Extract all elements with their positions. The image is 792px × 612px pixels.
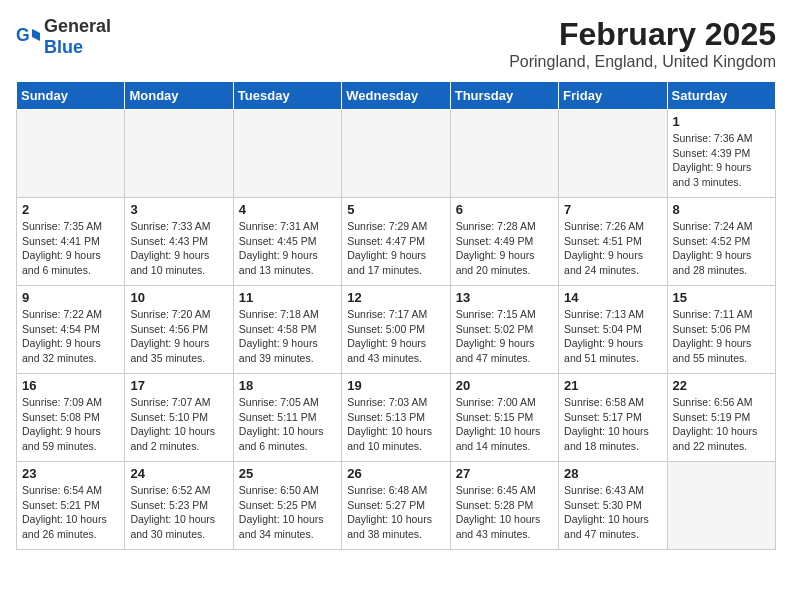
day-cell-0-1 bbox=[125, 110, 233, 198]
day-info-3-4: Sunrise: 7:00 AM Sunset: 5:15 PM Dayligh… bbox=[456, 395, 553, 454]
day-number-2-4: 13 bbox=[456, 290, 553, 305]
day-cell-1-0: 2Sunrise: 7:35 AM Sunset: 4:41 PM Daylig… bbox=[17, 198, 125, 286]
day-info-4-3: Sunrise: 6:48 AM Sunset: 5:27 PM Dayligh… bbox=[347, 483, 444, 542]
header-wednesday: Wednesday bbox=[342, 82, 450, 110]
day-number-3-3: 19 bbox=[347, 378, 444, 393]
day-info-4-4: Sunrise: 6:45 AM Sunset: 5:28 PM Dayligh… bbox=[456, 483, 553, 542]
day-info-1-5: Sunrise: 7:26 AM Sunset: 4:51 PM Dayligh… bbox=[564, 219, 661, 278]
day-info-1-2: Sunrise: 7:31 AM Sunset: 4:45 PM Dayligh… bbox=[239, 219, 336, 278]
title-area: February 2025 Poringland, England, Unite… bbox=[509, 16, 776, 71]
day-cell-0-5 bbox=[559, 110, 667, 198]
header-tuesday: Tuesday bbox=[233, 82, 341, 110]
header-thursday: Thursday bbox=[450, 82, 558, 110]
day-number-4-1: 24 bbox=[130, 466, 227, 481]
day-number-1-3: 5 bbox=[347, 202, 444, 217]
day-cell-2-6: 15Sunrise: 7:11 AM Sunset: 5:06 PM Dayli… bbox=[667, 286, 775, 374]
day-cell-1-1: 3Sunrise: 7:33 AM Sunset: 4:43 PM Daylig… bbox=[125, 198, 233, 286]
day-cell-4-6 bbox=[667, 462, 775, 550]
day-cell-1-2: 4Sunrise: 7:31 AM Sunset: 4:45 PM Daylig… bbox=[233, 198, 341, 286]
day-cell-2-4: 13Sunrise: 7:15 AM Sunset: 5:02 PM Dayli… bbox=[450, 286, 558, 374]
day-cell-3-3: 19Sunrise: 7:03 AM Sunset: 5:13 PM Dayli… bbox=[342, 374, 450, 462]
day-number-1-4: 6 bbox=[456, 202, 553, 217]
day-number-2-0: 9 bbox=[22, 290, 119, 305]
day-info-1-3: Sunrise: 7:29 AM Sunset: 4:47 PM Dayligh… bbox=[347, 219, 444, 278]
day-number-2-3: 12 bbox=[347, 290, 444, 305]
main-title: February 2025 bbox=[509, 16, 776, 53]
day-info-4-0: Sunrise: 6:54 AM Sunset: 5:21 PM Dayligh… bbox=[22, 483, 119, 542]
day-number-3-0: 16 bbox=[22, 378, 119, 393]
day-cell-4-5: 28Sunrise: 6:43 AM Sunset: 5:30 PM Dayli… bbox=[559, 462, 667, 550]
day-info-1-1: Sunrise: 7:33 AM Sunset: 4:43 PM Dayligh… bbox=[130, 219, 227, 278]
day-cell-4-0: 23Sunrise: 6:54 AM Sunset: 5:21 PM Dayli… bbox=[17, 462, 125, 550]
day-number-4-3: 26 bbox=[347, 466, 444, 481]
week-row-3: 16Sunrise: 7:09 AM Sunset: 5:08 PM Dayli… bbox=[17, 374, 776, 462]
day-number-3-4: 20 bbox=[456, 378, 553, 393]
week-row-0: 1Sunrise: 7:36 AM Sunset: 4:39 PM Daylig… bbox=[17, 110, 776, 198]
day-info-2-4: Sunrise: 7:15 AM Sunset: 5:02 PM Dayligh… bbox=[456, 307, 553, 366]
day-info-2-6: Sunrise: 7:11 AM Sunset: 5:06 PM Dayligh… bbox=[673, 307, 770, 366]
day-cell-3-6: 22Sunrise: 6:56 AM Sunset: 5:19 PM Dayli… bbox=[667, 374, 775, 462]
header-monday: Monday bbox=[125, 82, 233, 110]
day-info-2-1: Sunrise: 7:20 AM Sunset: 4:56 PM Dayligh… bbox=[130, 307, 227, 366]
day-cell-0-3 bbox=[342, 110, 450, 198]
day-cell-1-5: 7Sunrise: 7:26 AM Sunset: 4:51 PM Daylig… bbox=[559, 198, 667, 286]
week-row-1: 2Sunrise: 7:35 AM Sunset: 4:41 PM Daylig… bbox=[17, 198, 776, 286]
subtitle: Poringland, England, United Kingdom bbox=[509, 53, 776, 71]
day-number-3-5: 21 bbox=[564, 378, 661, 393]
header-friday: Friday bbox=[559, 82, 667, 110]
day-info-2-0: Sunrise: 7:22 AM Sunset: 4:54 PM Dayligh… bbox=[22, 307, 119, 366]
day-cell-2-5: 14Sunrise: 7:13 AM Sunset: 5:04 PM Dayli… bbox=[559, 286, 667, 374]
day-cell-2-0: 9Sunrise: 7:22 AM Sunset: 4:54 PM Daylig… bbox=[17, 286, 125, 374]
day-cell-3-0: 16Sunrise: 7:09 AM Sunset: 5:08 PM Dayli… bbox=[17, 374, 125, 462]
svg-text:G: G bbox=[16, 25, 30, 45]
day-number-1-1: 3 bbox=[130, 202, 227, 217]
header-sunday: Sunday bbox=[17, 82, 125, 110]
day-info-1-4: Sunrise: 7:28 AM Sunset: 4:49 PM Dayligh… bbox=[456, 219, 553, 278]
day-cell-0-0 bbox=[17, 110, 125, 198]
day-info-1-0: Sunrise: 7:35 AM Sunset: 4:41 PM Dayligh… bbox=[22, 219, 119, 278]
day-number-3-1: 17 bbox=[130, 378, 227, 393]
day-cell-3-5: 21Sunrise: 6:58 AM Sunset: 5:17 PM Dayli… bbox=[559, 374, 667, 462]
day-info-4-5: Sunrise: 6:43 AM Sunset: 5:30 PM Dayligh… bbox=[564, 483, 661, 542]
day-number-0-6: 1 bbox=[673, 114, 770, 129]
day-number-2-6: 15 bbox=[673, 290, 770, 305]
day-info-3-1: Sunrise: 7:07 AM Sunset: 5:10 PM Dayligh… bbox=[130, 395, 227, 454]
day-info-3-2: Sunrise: 7:05 AM Sunset: 5:11 PM Dayligh… bbox=[239, 395, 336, 454]
week-row-2: 9Sunrise: 7:22 AM Sunset: 4:54 PM Daylig… bbox=[17, 286, 776, 374]
logo: G General Blue bbox=[16, 16, 111, 58]
day-number-4-0: 23 bbox=[22, 466, 119, 481]
day-cell-4-4: 27Sunrise: 6:45 AM Sunset: 5:28 PM Dayli… bbox=[450, 462, 558, 550]
header: G General Blue February 2025 Poringland,… bbox=[16, 16, 776, 71]
day-cell-3-1: 17Sunrise: 7:07 AM Sunset: 5:10 PM Dayli… bbox=[125, 374, 233, 462]
day-info-3-5: Sunrise: 6:58 AM Sunset: 5:17 PM Dayligh… bbox=[564, 395, 661, 454]
week-row-4: 23Sunrise: 6:54 AM Sunset: 5:21 PM Dayli… bbox=[17, 462, 776, 550]
logo-icon: G bbox=[16, 25, 40, 49]
day-number-4-2: 25 bbox=[239, 466, 336, 481]
day-info-2-2: Sunrise: 7:18 AM Sunset: 4:58 PM Dayligh… bbox=[239, 307, 336, 366]
day-info-3-3: Sunrise: 7:03 AM Sunset: 5:13 PM Dayligh… bbox=[347, 395, 444, 454]
day-info-3-6: Sunrise: 6:56 AM Sunset: 5:19 PM Dayligh… bbox=[673, 395, 770, 454]
day-cell-4-3: 26Sunrise: 6:48 AM Sunset: 5:27 PM Dayli… bbox=[342, 462, 450, 550]
day-number-1-6: 8 bbox=[673, 202, 770, 217]
day-cell-1-4: 6Sunrise: 7:28 AM Sunset: 4:49 PM Daylig… bbox=[450, 198, 558, 286]
logo-text-blue: Blue bbox=[44, 37, 83, 57]
day-number-1-5: 7 bbox=[564, 202, 661, 217]
calendar: Sunday Monday Tuesday Wednesday Thursday… bbox=[16, 81, 776, 550]
day-cell-0-4 bbox=[450, 110, 558, 198]
day-number-1-0: 2 bbox=[22, 202, 119, 217]
day-cell-0-6: 1Sunrise: 7:36 AM Sunset: 4:39 PM Daylig… bbox=[667, 110, 775, 198]
day-number-2-1: 10 bbox=[130, 290, 227, 305]
day-cell-1-3: 5Sunrise: 7:29 AM Sunset: 4:47 PM Daylig… bbox=[342, 198, 450, 286]
day-number-4-4: 27 bbox=[456, 466, 553, 481]
day-number-3-2: 18 bbox=[239, 378, 336, 393]
day-cell-4-1: 24Sunrise: 6:52 AM Sunset: 5:23 PM Dayli… bbox=[125, 462, 233, 550]
day-info-4-2: Sunrise: 6:50 AM Sunset: 5:25 PM Dayligh… bbox=[239, 483, 336, 542]
header-saturday: Saturday bbox=[667, 82, 775, 110]
day-number-3-6: 22 bbox=[673, 378, 770, 393]
day-cell-1-6: 8Sunrise: 7:24 AM Sunset: 4:52 PM Daylig… bbox=[667, 198, 775, 286]
day-info-2-5: Sunrise: 7:13 AM Sunset: 5:04 PM Dayligh… bbox=[564, 307, 661, 366]
day-number-2-2: 11 bbox=[239, 290, 336, 305]
logo-text-general: General bbox=[44, 16, 111, 36]
day-number-2-5: 14 bbox=[564, 290, 661, 305]
calendar-header-row: Sunday Monday Tuesday Wednesday Thursday… bbox=[17, 82, 776, 110]
